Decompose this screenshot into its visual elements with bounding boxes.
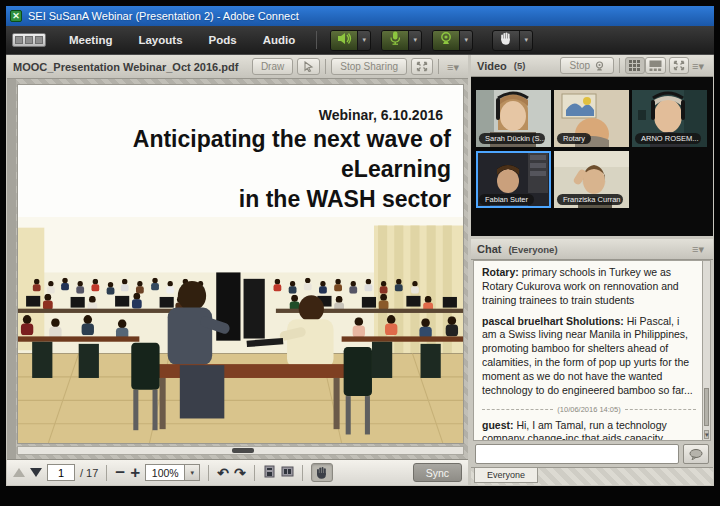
chat-tab-everyone[interactable]: Everyone (474, 468, 538, 483)
webcam-button[interactable] (433, 31, 459, 50)
video-thumbnails: Sarah Dückin (S... Rotary ARNO ROSEM... … (471, 77, 713, 236)
speaker-icon (337, 31, 352, 49)
microphone-button[interactable] (382, 31, 408, 50)
page-number-input[interactable] (47, 464, 75, 481)
chat-timestamp-divider: (10/06/2016 14:05) (482, 405, 696, 415)
fullscreen-icon (416, 61, 428, 72)
chat-pod-options-icon[interactable]: ≡▾ (689, 244, 707, 254)
next-slide-button[interactable] (30, 468, 42, 477)
video-participant[interactable]: Rotary (554, 90, 629, 147)
previous-slide-button[interactable] (13, 468, 25, 477)
toolbar-separator (302, 465, 303, 481)
menubar-separator (316, 31, 317, 49)
slide-photo (18, 217, 463, 443)
fit-page-button[interactable] (263, 464, 276, 482)
app-icon: ✕ (10, 10, 22, 22)
video-pod: Video (5) Stop ≡▾ (471, 55, 713, 236)
video-fullscreen-button[interactable] (669, 57, 689, 74)
chat-scope-label: (Everyone) (508, 244, 557, 255)
chat-vertical-scrollbar[interactable]: ▾ (702, 260, 711, 441)
slide: Webinar, 6.10.2016 Anticipating the next… (17, 84, 464, 444)
presentation-toolbar: / 17 − + 100% ▾ ↶ ↷ Sync (7, 459, 468, 485)
fullscreen-button[interactable] (411, 58, 433, 75)
participant-name-label: Rotary (557, 133, 591, 144)
pan-hand-icon (315, 466, 328, 479)
webcam-button-group: ▾ (432, 30, 473, 51)
filmstrip-view-button[interactable] (645, 57, 666, 74)
webcam-dropdown[interactable]: ▾ (459, 31, 472, 50)
grid-view-button[interactable] (625, 57, 645, 74)
fit-width-icon (281, 465, 294, 478)
zoom-level-value[interactable]: 100% (145, 464, 185, 481)
toolbar-separator (106, 465, 107, 481)
video-fullscreen-icon (673, 60, 685, 71)
zoom-out-button[interactable]: − (115, 464, 125, 481)
video-pod-options-icon[interactable]: ≡▾ (689, 61, 707, 71)
webcam-small-icon (594, 61, 605, 71)
raise-hand-button-group: ▾ (492, 30, 533, 51)
menu-bar: Meeting Layouts Pods Audio ▾ ▾ (6, 26, 714, 55)
slide-title-line1: Anticipating the next wave of eLearning (24, 125, 451, 185)
header-separator (619, 58, 620, 73)
chat-scrollbar-thumb[interactable] (704, 388, 709, 426)
menu-pods[interactable]: Pods (196, 26, 250, 55)
pointer-icon (303, 61, 314, 72)
speaker-button[interactable] (331, 31, 357, 50)
speaker-dropdown[interactable]: ▾ (357, 31, 370, 50)
zoom-in-button[interactable]: + (130, 464, 140, 481)
presentation-content-area: Webinar, 6.10.2016 Anticipating the next… (7, 79, 468, 459)
chat-messages: Rotary: primary schools in Turkey we as … (473, 260, 702, 441)
slide-left-margin (7, 79, 16, 459)
window-title: SEI SuSanA Webinar (Presentation 2) - Ad… (28, 10, 299, 22)
chat-input-row (475, 443, 709, 465)
layout-switcher-icon[interactable] (12, 33, 46, 47)
stop-sharing-button[interactable]: Stop Sharing (331, 58, 407, 75)
video-participant[interactable]: Sarah Dückin (S... (476, 90, 551, 147)
menu-audio[interactable]: Audio (250, 26, 309, 55)
window-title-bar: ✕ SEI SuSanA Webinar (Presentation 2) - … (6, 6, 714, 26)
microphone-dropdown[interactable]: ▾ (408, 31, 421, 50)
slide-title: Anticipating the next wave of eLearning … (18, 123, 463, 215)
send-bubble-icon (689, 449, 703, 460)
zoom-dropdown-button[interactable]: ▾ (185, 464, 200, 481)
microphone-icon (389, 31, 401, 49)
draw-button[interactable]: Draw (252, 58, 293, 75)
video-participant[interactable]: Franziska Curran (554, 151, 629, 208)
chat-message-input[interactable] (475, 444, 679, 464)
toolbar-separator (208, 465, 209, 481)
horizontal-scrollbar-thumb[interactable] (232, 448, 254, 453)
chat-message: Rotary: primary schools in Turkey we as … (482, 266, 696, 308)
pointer-tool-button[interactable] (297, 58, 320, 75)
redo-button[interactable]: ↷ (234, 466, 246, 480)
horizontal-scrollbar[interactable] (17, 446, 464, 455)
pod-options-menu-icon[interactable]: ≡▾ (444, 62, 462, 72)
toolbar-separator (254, 465, 255, 481)
chat-pod: Chat (Everyone) ≡▾ Rotary: primary schoo… (471, 239, 713, 485)
slide-date-line: Webinar, 6.10.2016 (18, 107, 463, 123)
video-pod-title: Video (477, 60, 507, 72)
fit-page-icon (263, 465, 276, 478)
presentation-pod: MOOC_Presentation Webinar_Oct 2016.pdf D… (7, 55, 468, 485)
chat-tab-bar: Everyone (471, 467, 713, 485)
page-total-label: / 17 (80, 467, 98, 479)
fit-width-button[interactable] (281, 464, 294, 482)
undo-button[interactable]: ↶ (217, 466, 229, 480)
presentation-file-name: MOOC_Presentation Webinar_Oct 2016.pdf (13, 61, 238, 73)
participant-name-label: Sarah Dückin (S... (479, 133, 545, 144)
chat-message: pascal bruelhart Sholutions: Hi Pascal, … (482, 315, 696, 398)
chat-send-button[interactable] (683, 444, 709, 464)
raise-hand-button[interactable] (493, 31, 519, 50)
sync-button[interactable]: Sync (413, 463, 462, 482)
menu-meeting[interactable]: Meeting (56, 26, 125, 55)
stop-webcam-button[interactable]: Stop (560, 57, 614, 74)
video-participant-active-speaker[interactable]: Fabian Suter (476, 151, 551, 208)
chat-pod-title: Chat (477, 243, 501, 255)
participant-name-label: Fabian Suter (479, 194, 534, 205)
chat-scrollbar-end[interactable]: ▾ (704, 430, 709, 439)
microphone-button-group: ▾ (381, 30, 422, 51)
pan-tool-button[interactable] (311, 463, 333, 482)
raise-hand-dropdown[interactable]: ▾ (519, 31, 532, 50)
video-participant[interactable]: ARNO ROSEM... (632, 90, 707, 147)
video-pod-header: Video (5) Stop ≡▾ (471, 55, 713, 77)
menu-layouts[interactable]: Layouts (125, 26, 195, 55)
